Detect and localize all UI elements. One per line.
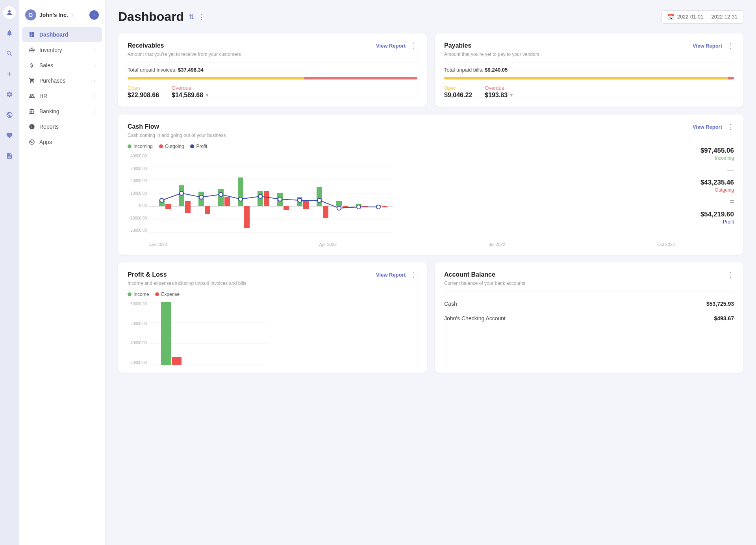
pl-view-report-button[interactable]: View Report [376, 272, 406, 278]
cashflow-side-stats: $97,455.06 Incoming — $43,235.46 Outgoin… [683, 144, 734, 225]
receivables-open-value: $22,908.66 [128, 92, 159, 99]
rail-icon-bell[interactable] [3, 27, 16, 39]
pl-more-button[interactable]: ⋮ [410, 270, 417, 279]
payables-overdue-label: Overdue [485, 85, 514, 91]
sidebar-item-hr[interactable]: HR › [22, 89, 102, 103]
receivables-subtitle: Amount that you're yet to receive from y… [128, 52, 417, 57]
account-balance-list: Cash $53,725.93 John's Checking Account … [444, 297, 734, 325]
sidebar-item-inventory[interactable]: Inventory › [22, 42, 102, 57]
sidebar-item-dashboard[interactable]: Dashboard [22, 27, 102, 42]
incoming-legend-dot [128, 144, 132, 148]
more-options-icon[interactable]: ⋮ [198, 13, 205, 21]
sidebar-logo: G John's Inc. ↕ [25, 9, 74, 20]
ab-header: Account Balance ⋮ [444, 270, 734, 279]
receivables-unpaid-amount: $37,498.34 [178, 67, 204, 73]
stat-divider-1: — [683, 166, 734, 174]
bar-may-outgoing [244, 206, 250, 228]
sort-icon[interactable]: ⇅ [189, 13, 195, 21]
sidebar-item-purchases[interactable]: Purchases › [22, 73, 102, 88]
payables-overdue-bar [728, 77, 734, 79]
bar-sep-incoming [317, 187, 322, 206]
rail-icon-heart[interactable] [3, 129, 16, 142]
profit-dot-sep [317, 198, 321, 202]
logo-initial: G [29, 12, 33, 18]
sidebar-item-label-sales: Sales [39, 62, 90, 68]
bottom-cards-row: Profit & Loss View Report ⋮ Income and e… [118, 262, 743, 373]
logo-circle: G [25, 9, 36, 20]
x-axis-labels: Jan 2022 Apr 2022 Jul 2022 Oct 2022 [128, 242, 675, 247]
cashflow-body: Incoming Outgoing Profit 40000.00 [128, 144, 734, 247]
inventory-icon [28, 46, 35, 54]
profit-dot-jan [160, 198, 164, 202]
sidebar: G John's Inc. ↕ ‹ Dashboard Inventory › … [19, 0, 106, 545]
rail-icon-search[interactable] [3, 47, 16, 60]
bar-oct-incoming [336, 201, 342, 206]
sidebar-item-label-purchases: Purchases [39, 78, 90, 84]
rail-icon-doc[interactable] [3, 150, 16, 162]
stat-incoming: $97,455.06 Incoming [683, 147, 734, 161]
date-separator: - [706, 14, 708, 20]
payables-overdue-group: Overdue $193.83 ▼ [485, 85, 514, 99]
incoming-value: $97,455.06 [683, 147, 734, 155]
date-range-picker[interactable]: 📅 2022-01-01 - 2022-12-31 [662, 10, 743, 24]
cashflow-card: Cash Flow View Report ⋮ Cash coming in a… [118, 115, 743, 255]
payables-header: Payables View Report ⋮ [444, 41, 734, 50]
legend-incoming: Incoming [128, 144, 153, 149]
bar-jul-outgoing [284, 206, 289, 210]
rail-icon-globe[interactable] [3, 109, 16, 121]
bar-feb-incoming [179, 185, 184, 206]
payables-open-bar [444, 77, 728, 79]
pl-header: Profit & Loss View Report ⋮ [128, 270, 417, 279]
bar-jun-outgoing [264, 191, 269, 206]
cashflow-chart-area: Incoming Outgoing Profit 40000.00 [128, 144, 675, 247]
sidebar-header: G John's Inc. ↕ ‹ [19, 6, 105, 27]
bar-apr-outgoing [224, 197, 230, 206]
payables-view-report-button[interactable]: View Report [693, 43, 722, 49]
sidebar-item-reports[interactable]: Reports [22, 119, 102, 134]
receivables-view-report-button[interactable]: View Report [376, 43, 406, 49]
ab-more-button[interactable]: ⋮ [727, 270, 734, 279]
sidebar-item-label-dashboard: Dashboard [39, 31, 96, 38]
profit-dot-dec [376, 205, 380, 209]
payables-overdue-dropdown-arrow[interactable]: ▼ [509, 92, 514, 98]
sales-icon [28, 62, 35, 69]
cashflow-more-button[interactable]: ⋮ [727, 122, 734, 131]
outgoing-value: $43,235.46 [683, 179, 734, 187]
bar-feb-outgoing [185, 201, 191, 213]
cashflow-view-report-button[interactable]: View Report [693, 124, 722, 130]
receivables-more-button[interactable]: ⋮ [410, 41, 417, 50]
payables-overdue-value: $193.83 ▼ [485, 92, 514, 99]
profit-dot-jul [278, 197, 282, 201]
overdue-dropdown-arrow[interactable]: ▼ [205, 92, 209, 98]
sidebar-item-sales[interactable]: Sales › [22, 58, 102, 73]
balance-name-cash: Cash [444, 301, 457, 307]
profit-dot-aug [298, 198, 302, 202]
cashflow-actions: View Report ⋮ [693, 122, 734, 131]
bar-dec-outgoing [382, 206, 387, 207]
sidebar-item-apps[interactable]: Apps [22, 135, 102, 150]
rail-icon-user[interactable] [3, 6, 16, 19]
page-title: Dashboard [118, 9, 184, 24]
dashboard-icon [28, 31, 35, 38]
sidebar-item-banking[interactable]: Banking › [22, 104, 102, 119]
rail-icon-plus[interactable] [3, 68, 16, 80]
nav-back-button[interactable]: ‹ [89, 10, 99, 20]
receivables-card: Receivables View Report ⋮ Amount that yo… [118, 33, 427, 107]
balance-row-cash: Cash $53,725.93 [444, 297, 734, 311]
receivables-overdue-bar [304, 77, 417, 79]
payables-more-button[interactable]: ⋮ [727, 41, 734, 50]
ab-subtitle: Current balance of your bank accounts [444, 281, 734, 286]
svg-point-0 [8, 10, 11, 13]
purchases-icon [28, 77, 35, 84]
profit-dot-may [239, 197, 243, 201]
payables-open-value: $9,046.22 [444, 92, 472, 99]
receivables-open-bar [128, 77, 304, 79]
title-controls: ⇅ ⋮ [189, 13, 205, 21]
sidebar-expand-arrows[interactable]: ↕ [71, 12, 74, 18]
pl-bar-income-1 [161, 302, 171, 365]
rail-icon-settings[interactable] [3, 88, 16, 101]
outgoing-legend-dot [159, 144, 163, 148]
bar-mar-outgoing [205, 206, 210, 214]
apps-icon [28, 139, 35, 146]
profit-dot-feb [180, 191, 183, 195]
